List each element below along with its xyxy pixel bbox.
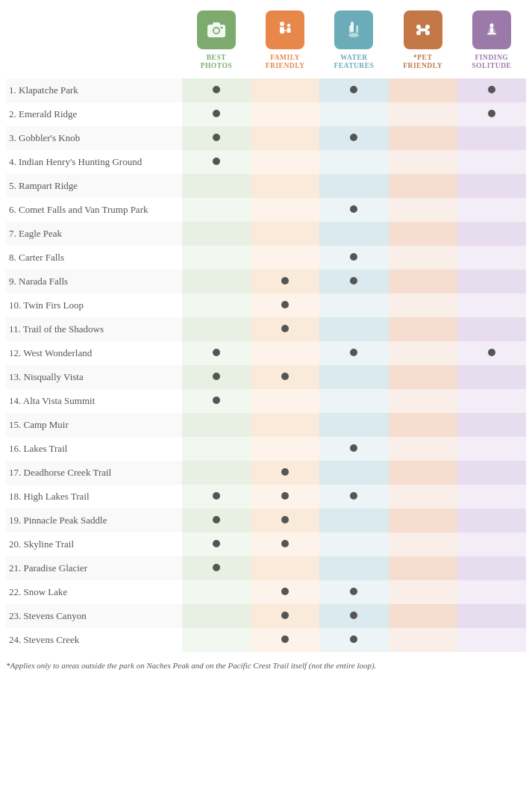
water_features-cell [319, 126, 388, 150]
dot-indicator [281, 325, 289, 332]
family_friendly-cell [251, 604, 319, 628]
water_features-cell [319, 580, 388, 604]
finding_solitude-cell [457, 509, 526, 532]
svg-rect-8 [287, 28, 291, 33]
pet-friendly-header: *PETFRIENDLY [389, 7, 457, 78]
pet_friendly-cell [389, 556, 457, 580]
best_photos-cell [182, 150, 251, 174]
dot-indicator [281, 373, 289, 380]
dot-indicator [213, 158, 220, 165]
best_photos-cell [182, 341, 251, 365]
trail-name: 9. Narada Falls [6, 270, 182, 293]
table-row: 17. Deadhorse Creek Trail [6, 461, 526, 485]
dot-indicator [350, 277, 357, 285]
best_photos-cell [182, 293, 251, 317]
trail-name: 21. Paradise Glacier [6, 556, 182, 580]
dot-indicator [350, 588, 357, 595]
water-features-header: WATERFEATURES [319, 7, 388, 78]
best_photos-cell [182, 413, 251, 437]
table-row: 19. Pinnacle Peak Saddle [6, 509, 526, 532]
best_photos-cell [182, 317, 251, 341]
best_photos-cell [182, 126, 251, 150]
svg-point-20 [489, 24, 493, 28]
dot-indicator [213, 86, 220, 93]
pet_friendly-cell [389, 246, 457, 270]
table-row: 12. West Wonderland [6, 341, 526, 365]
finding_solitude-cell [457, 102, 526, 126]
dot-indicator [350, 635, 357, 643]
svg-rect-11 [349, 25, 351, 33]
table-row: 4. Indian Henry's Hunting Ground [6, 150, 526, 174]
best_photos-cell [182, 198, 251, 222]
water_features-cell [319, 365, 388, 389]
finding_solitude-cell [457, 150, 526, 174]
pet_friendly-cell [389, 461, 457, 485]
family_friendly-cell [251, 556, 319, 580]
family_friendly-cell [251, 532, 319, 556]
trail-name: 3. Gobbler's Knob [6, 126, 182, 150]
best-photos-header: BESTPHOTOS [182, 7, 251, 78]
table-row: 15. Camp Muir [6, 413, 526, 437]
family_friendly-cell [251, 246, 319, 270]
trail-name: 23. Stevens Canyon [6, 604, 182, 628]
table-row: 10. Twin Firs Loop [6, 293, 526, 317]
family_friendly-cell [251, 78, 319, 102]
finding_solitude-cell [457, 628, 526, 652]
best_photos-cell [182, 365, 251, 389]
pet_friendly-cell [389, 604, 457, 628]
dot-indicator [213, 134, 220, 141]
family_friendly-cell [251, 293, 319, 317]
pet_friendly-cell [389, 485, 457, 509]
table-row: 3. Gobbler's Knob [6, 126, 526, 150]
pet_friendly-cell [389, 174, 457, 198]
finding_solitude-cell [457, 246, 526, 270]
svg-rect-3 [213, 22, 220, 25]
pet_friendly-cell [389, 365, 457, 389]
best_photos-cell [182, 246, 251, 270]
trail-name: 2. Emerald Ridge [6, 102, 182, 126]
pet_friendly-cell [389, 341, 457, 365]
svg-point-17 [425, 25, 430, 29]
pet_friendly-cell [389, 413, 457, 437]
table-row: 7. Eagle Peak [6, 222, 526, 246]
trail-name: 19. Pinnacle Peak Saddle [6, 509, 182, 532]
dot-indicator [350, 205, 357, 213]
trail-name: 6. Comet Falls and Van Trump Park [6, 198, 182, 222]
finding_solitude-cell [457, 270, 526, 293]
trail-name: 18. High Lakes Trail [6, 485, 182, 509]
water-features-icon [334, 10, 373, 49]
dot-indicator [488, 349, 495, 356]
svg-point-15 [416, 25, 421, 29]
trail-features-table: BESTPHOTOS [6, 7, 526, 652]
best_photos-cell [182, 102, 251, 126]
water_features-cell [319, 102, 388, 126]
trail-name: 14. Alta Vista Summit [6, 389, 182, 413]
family_friendly-cell [251, 628, 319, 652]
pet_friendly-cell [389, 509, 457, 532]
svg-rect-21 [490, 28, 493, 33]
table-row: 20. Skyline Trail [6, 532, 526, 556]
svg-point-18 [425, 31, 430, 35]
water_features-cell [319, 222, 388, 246]
table-row: 23. Stevens Canyon [6, 604, 526, 628]
trail-name: 5. Rampart Ridge [6, 174, 182, 198]
water_features-cell [319, 198, 388, 222]
pet_friendly-cell [389, 102, 457, 126]
water_features-cell [319, 437, 388, 461]
dot-indicator [213, 397, 220, 404]
trail-name: 4. Indian Henry's Hunting Ground [6, 150, 182, 174]
table-row: 9. Narada Falls [6, 270, 526, 293]
dot-indicator [350, 86, 357, 93]
finding_solitude-cell [457, 317, 526, 341]
svg-rect-6 [280, 27, 284, 34]
finding_solitude-cell [457, 413, 526, 437]
finding-solitude-label: FINDINGSOLITUDE [459, 52, 525, 75]
family_friendly-cell [251, 485, 319, 509]
family_friendly-cell [251, 365, 319, 389]
pet-friendly-icon [404, 10, 442, 49]
dot-indicator [281, 540, 289, 547]
pet_friendly-cell [389, 150, 457, 174]
best_photos-cell [182, 78, 251, 102]
best_photos-cell [182, 437, 251, 461]
water_features-cell [319, 532, 388, 556]
